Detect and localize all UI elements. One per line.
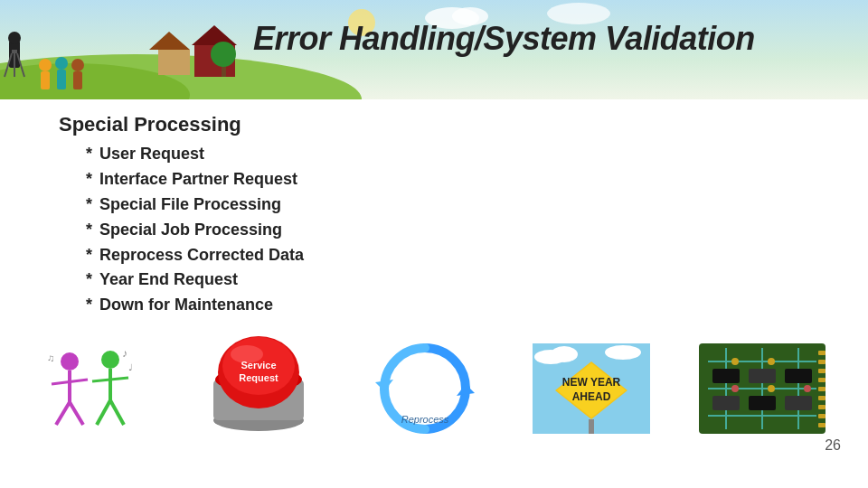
list-item-text: Reprocess Corrected Data <box>99 243 304 268</box>
bullet-asterisk: * <box>86 142 92 167</box>
svg-rect-65 <box>712 369 740 383</box>
svg-rect-77 <box>818 360 826 364</box>
list-item: *Special Job Processing <box>86 218 304 243</box>
svg-point-30 <box>101 351 119 369</box>
service-request-image: Service Request <box>200 334 317 434</box>
svg-point-72 <box>768 358 775 365</box>
svg-point-10 <box>8 32 21 44</box>
page-title: Error Handling/System Validation <box>253 20 755 58</box>
svg-rect-18 <box>57 70 66 89</box>
svg-rect-11 <box>12 50 17 53</box>
svg-rect-76 <box>818 351 826 355</box>
svg-text:NEW YEAR: NEW YEAR <box>562 376 621 389</box>
list-item-text: Special Job Processing <box>99 218 282 243</box>
list-item-text: Down for Maintenance <box>99 293 273 318</box>
bullet-asterisk: * <box>86 167 92 192</box>
bullet-list: *User Request*Interface Partner Request*… <box>86 142 304 318</box>
svg-text:♪: ♪ <box>122 347 127 360</box>
special-processing-section: Special Processing *User Request*Interfa… <box>59 113 304 318</box>
svg-text:AHEAD: AHEAD <box>572 390 611 403</box>
bullet-asterisk: * <box>86 267 92 293</box>
svg-rect-70 <box>785 396 812 410</box>
svg-text:Request: Request <box>239 372 278 383</box>
list-item: *Interface Partner Request <box>86 167 304 192</box>
svg-text:♩: ♩ <box>128 362 133 372</box>
svg-text:Reprocess: Reprocess <box>401 414 449 425</box>
svg-marker-47 <box>375 380 393 391</box>
list-item-text: User Request <box>99 142 204 167</box>
svg-rect-68 <box>712 396 740 410</box>
bullet-asterisk: * <box>86 243 92 268</box>
svg-point-73 <box>731 385 739 392</box>
section-title: Special Processing <box>59 113 304 136</box>
stick-figures-svg: ♪ ♩ ♫ <box>42 343 151 434</box>
list-item: *Reprocess Corrected Data <box>86 243 304 268</box>
svg-text:♫: ♫ <box>47 352 54 363</box>
new-year-svg: NEW YEAR AHEAD <box>533 343 650 434</box>
circuit-board-svg <box>699 343 826 434</box>
images-row: ♪ ♩ ♫ Service Request <box>0 334 868 434</box>
svg-rect-81 <box>818 396 826 400</box>
svg-rect-20 <box>73 71 82 89</box>
bullet-asterisk: * <box>86 218 92 243</box>
svg-point-19 <box>71 59 84 71</box>
list-item-text: Interface Partner Request <box>99 167 297 192</box>
list-item-text: Year End Request <box>99 267 238 293</box>
svg-rect-3 <box>158 50 190 75</box>
svg-text:Service: Service <box>241 360 276 371</box>
stick-figures-image: ♪ ♩ ♫ <box>42 343 151 434</box>
svg-rect-69 <box>749 396 776 410</box>
svg-line-34 <box>110 400 124 425</box>
svg-point-25 <box>61 352 79 371</box>
svg-point-8 <box>211 42 236 67</box>
list-item: *Year End Request <box>86 267 304 293</box>
svg-line-33 <box>97 400 110 425</box>
list-item-text: Special File Processing <box>99 192 281 218</box>
svg-rect-83 <box>818 414 826 418</box>
svg-rect-80 <box>818 387 826 391</box>
svg-point-52 <box>605 345 641 360</box>
circuit-board-image <box>699 343 826 434</box>
header-banner: Error Handling/System Validation <box>0 0 868 99</box>
svg-point-75 <box>804 385 811 392</box>
service-request-svg: Service Request <box>200 334 317 434</box>
svg-line-29 <box>70 402 83 425</box>
svg-rect-66 <box>749 369 776 383</box>
bullet-asterisk: * <box>86 293 92 318</box>
svg-rect-82 <box>818 405 826 409</box>
svg-point-17 <box>55 57 68 70</box>
list-item: *Special File Processing <box>86 192 304 218</box>
page-number: 26 <box>825 437 841 454</box>
svg-line-28 <box>56 402 70 425</box>
svg-point-15 <box>39 59 52 71</box>
svg-rect-84 <box>818 423 826 427</box>
svg-point-51 <box>551 346 578 362</box>
content-area: Special Processing *User Request*Interfa… <box>0 104 868 461</box>
bullet-asterisk: * <box>86 192 92 218</box>
new-year-image: NEW YEAR AHEAD <box>533 343 650 434</box>
svg-rect-57 <box>589 419 594 434</box>
svg-point-74 <box>768 385 775 392</box>
svg-rect-16 <box>41 71 50 89</box>
list-item: *User Request <box>86 142 304 167</box>
svg-line-32 <box>92 378 128 381</box>
svg-rect-78 <box>818 369 826 373</box>
reprocess-image: Reprocess <box>366 334 484 434</box>
svg-rect-79 <box>818 378 826 382</box>
reprocess-svg: Reprocess <box>366 334 484 434</box>
svg-rect-67 <box>785 369 812 383</box>
list-item: *Down for Maintenance <box>86 293 304 318</box>
svg-marker-46 <box>457 384 475 396</box>
svg-point-71 <box>731 358 739 365</box>
